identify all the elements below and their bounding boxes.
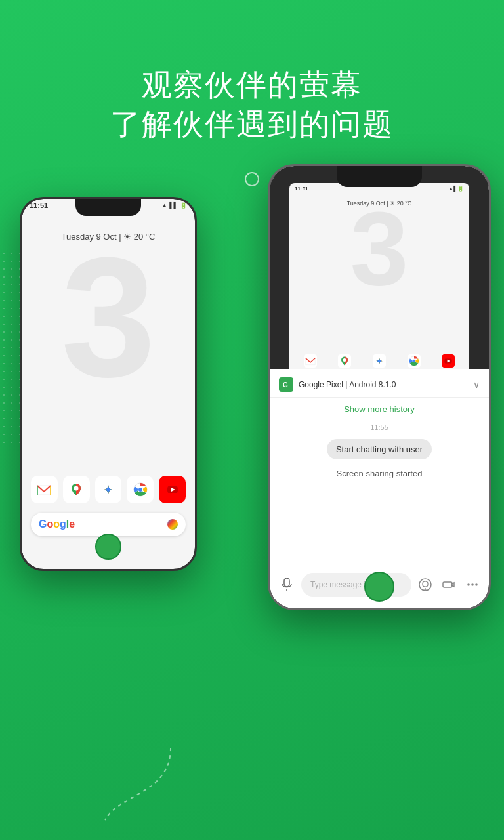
phone-left-app-dock (31, 476, 186, 503)
chevron-down-icon[interactable]: ∨ (473, 379, 480, 390)
chrome-icon[interactable] (127, 476, 154, 503)
phone-right: 11:51 ▲▌🔋 Tuesday 9 Oct | ☀ 20 °C 3 (268, 164, 491, 610)
circle-decoration (245, 172, 259, 186)
chat-header: G Google Pixel | Android 8.1.0 ∨ (270, 369, 489, 398)
mirrored-maps (335, 352, 354, 370)
chat-bubble: Start chatting with user (327, 439, 432, 459)
signal-icon: ▌▌ (169, 202, 178, 209)
video-action-button[interactable] (439, 575, 459, 595)
chat-panel: G Google Pixel | Android 8.1.0 ∨ Show mo… (270, 369, 489, 608)
battery-icon: 🔋 (180, 202, 187, 209)
mirrored-photos (370, 352, 388, 370)
dotted-curve-decoration (66, 742, 210, 827)
phone-right-frame: 11:51 ▲▌🔋 Tuesday 9 Oct | ☀ 20 °C 3 (268, 164, 491, 610)
svg-point-7 (138, 488, 142, 492)
phone-left-status-bar: 11:51 ▲ ▌▌ 🔋 (30, 201, 187, 209)
google-logo: Google (39, 518, 75, 530)
svg-point-26 (475, 583, 478, 586)
wifi-icon: ▲ (161, 202, 167, 209)
header-line2: 了解伙伴遇到的问题 (110, 107, 394, 141)
header-line1: 观察伙伴的萤幕 (142, 68, 362, 102)
svg-text:G: G (283, 381, 288, 388)
photos-icon[interactable] (95, 476, 122, 503)
header-section: 观察伙伴的萤幕 了解伙伴遇到的问题 (0, 66, 504, 144)
svg-point-25 (471, 583, 474, 586)
phone-right-screen: 11:51 ▲▌🔋 Tuesday 9 Oct | ☀ 20 °C 3 (270, 166, 489, 608)
gmail-icon[interactable] (31, 476, 58, 503)
screen-mirror-area: 11:51 ▲▌🔋 Tuesday 9 Oct | ☀ 20 °C 3 (270, 166, 489, 396)
mirrored-content: 11:51 ▲▌🔋 Tuesday 9 Oct | ☀ 20 °C 3 (289, 183, 469, 390)
mirrored-app-icons (295, 352, 464, 370)
svg-point-24 (467, 583, 470, 586)
mirrored-gmail (301, 352, 320, 370)
phone-left-frame: 11:51 ▲ ▌▌ 🔋 Tuesday 9 Oct | ☀ 20 °C 3 (20, 197, 197, 571)
more-options-button[interactable] (463, 575, 482, 595)
svg-point-2 (74, 486, 79, 491)
mirrored-digit: 3 (289, 196, 469, 301)
screen-sharing-status: Screen sharing started (270, 465, 489, 482)
svg-point-12 (343, 358, 346, 362)
voice-search-icon[interactable] (167, 519, 178, 530)
phone-left-home-button[interactable] (95, 534, 121, 560)
phone-left-status-icons: ▲ ▌▌ 🔋 (161, 202, 187, 209)
mirrored-youtube (439, 352, 457, 370)
microphone-button[interactable] (276, 574, 297, 595)
svg-point-16 (412, 360, 415, 362)
phone-right-notch (337, 166, 422, 187)
mirrored-signal: ▲▌🔋 (448, 186, 464, 192)
maps-icon[interactable] (63, 476, 90, 503)
phone-left-google-bar[interactable]: Google (31, 513, 186, 536)
mirrored-time: 11:51 (295, 186, 308, 192)
mirrored-chrome (405, 352, 423, 370)
chat-timestamp: 11:55 (270, 421, 489, 434)
phone-left-digit: 3 (22, 232, 195, 402)
chat-app-icon: G (279, 377, 293, 392)
show-history-button[interactable]: Show more history (270, 398, 489, 421)
chat-bubble-container: Start chatting with user (279, 436, 480, 462)
device-info-text: Google Pixel | Android 8.1.0 (299, 380, 473, 389)
phone-left-screen: 11:51 ▲ ▌▌ 🔋 Tuesday 9 Oct | ☀ 20 °C 3 (22, 199, 195, 569)
message-input[interactable]: Type message here (301, 573, 411, 597)
phone-left: 11:51 ▲ ▌▌ 🔋 Tuesday 9 Oct | ☀ 20 °C 3 (20, 197, 197, 571)
svg-rect-21 (284, 578, 289, 587)
youtube-icon[interactable] (159, 476, 186, 503)
phone-right-home-button[interactable] (364, 572, 394, 602)
phone-left-time: 11:51 (30, 201, 48, 209)
audio-action-button[interactable] (415, 575, 435, 595)
